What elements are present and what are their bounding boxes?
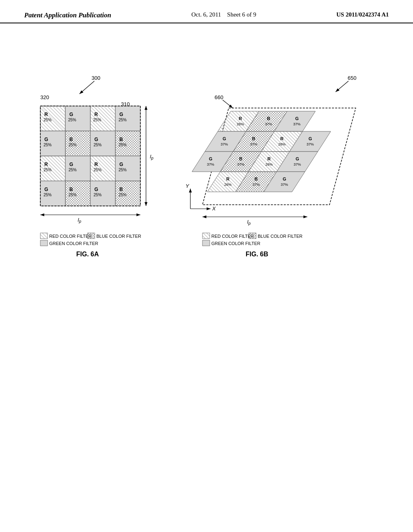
svg-text:25%: 25%	[69, 143, 77, 147]
svg-text:37%: 37%	[207, 162, 214, 166]
ref-660: 660	[215, 94, 223, 100]
svg-text:25%: 25%	[119, 168, 127, 172]
svg-text:G: G	[119, 112, 123, 117]
ref-650: 650	[348, 75, 357, 81]
legend-red-swatch-6a	[40, 233, 48, 239]
label-y: Y	[186, 183, 190, 189]
legend-red-swatch-6b	[202, 233, 210, 239]
svg-text:G: G	[223, 136, 226, 141]
svg-text:25%: 25%	[44, 193, 52, 197]
svg-text:25%: 25%	[44, 143, 52, 147]
legend-blue-label-6a: BLUE COLOR FILTER	[96, 234, 141, 239]
svg-text:26%: 26%	[278, 142, 286, 146]
svg-text:B: B	[119, 137, 123, 142]
legend-green-label-6b: GREEN COLOR FILTER	[211, 241, 260, 246]
arrow-660	[223, 100, 233, 108]
svg-text:25%: 25%	[119, 118, 127, 122]
svg-text:G: G	[69, 112, 73, 117]
svg-text:R: R	[280, 136, 284, 141]
publication-title: Patent Application Publication	[24, 11, 111, 19]
svg-text:G: G	[44, 137, 48, 142]
legend-green-label-6a: GREEN COLOR FILTER	[49, 241, 98, 246]
svg-text:37%: 37%	[293, 122, 300, 126]
svg-text:B: B	[119, 187, 123, 192]
svg-text:26%: 26%	[224, 183, 232, 187]
svg-text:37%: 37%	[237, 162, 244, 166]
svg-text:R: R	[226, 177, 229, 181]
main-content: 300 320 310	[0, 23, 413, 527]
svg-text:G: G	[296, 156, 299, 161]
svg-text:25%: 25%	[94, 193, 102, 197]
svg-text:B: B	[254, 177, 258, 181]
label-lp-bottom: lp	[78, 217, 81, 224]
svg-text:25%: 25%	[69, 168, 77, 172]
svg-text:R: R	[239, 116, 242, 121]
svg-text:G: G	[283, 177, 286, 181]
svg-text:R: R	[44, 162, 48, 167]
label-lp-6b: lp	[247, 219, 251, 226]
ref-320: 320	[40, 94, 49, 100]
svg-text:G: G	[119, 162, 123, 167]
svg-text:G: G	[44, 187, 48, 192]
legend-blue-label-6b: BLUE COLOR FILTER	[258, 234, 302, 239]
legend-blue-swatch-6b	[249, 233, 256, 239]
svg-text:G: G	[295, 116, 299, 121]
svg-text:37%: 37%	[307, 142, 314, 146]
svg-text:37%: 37%	[250, 142, 257, 146]
svg-text:B: B	[239, 156, 242, 161]
svg-text:R: R	[94, 162, 98, 167]
patent-number: US 2011/0242374 A1	[336, 11, 389, 18]
legend-green-swatch-6a	[40, 240, 48, 246]
svg-text:G: G	[69, 162, 73, 167]
svg-text:25%: 25%	[94, 168, 102, 172]
svg-text:B: B	[69, 187, 73, 192]
caption-6a: FIG. 6A	[76, 251, 99, 258]
label-x: X	[212, 206, 216, 212]
label-lp-side: lp	[150, 154, 154, 160]
header-date-sheet: Oct. 6, 2011 Sheet 6 of 9	[191, 11, 256, 18]
svg-text:G: G	[94, 137, 98, 142]
svg-text:25%: 25%	[93, 118, 101, 122]
figures-svg: 300 320 310	[17, 68, 396, 390]
legend-red-label-6b: RED COLOR FILTER	[211, 234, 254, 239]
svg-text:37%: 37%	[281, 183, 288, 187]
svg-text:G: G	[94, 187, 98, 192]
legend-red-label-6a: RED COLOR FILTER	[49, 234, 92, 239]
svg-text:25%: 25%	[119, 143, 127, 147]
ref-300: 300	[92, 75, 100, 81]
svg-text:25%: 25%	[119, 193, 127, 197]
legend-blue-swatch-6a	[88, 233, 95, 239]
svg-text:25%: 25%	[69, 193, 77, 197]
svg-text:B: B	[69, 137, 73, 142]
pub-date: Oct. 6, 2011	[191, 11, 221, 18]
svg-text:37%: 37%	[252, 183, 260, 187]
caption-6b: FIG. 6B	[246, 251, 268, 258]
svg-text:G: G	[209, 156, 213, 161]
svg-text:26%: 26%	[265, 162, 273, 166]
svg-text:25%: 25%	[94, 143, 102, 147]
svg-text:B: B	[252, 136, 255, 141]
svg-text:R: R	[267, 156, 271, 161]
page-header: Patent Application Publication Oct. 6, 2…	[0, 0, 413, 23]
svg-text:37%: 37%	[265, 122, 272, 126]
svg-text:R: R	[44, 112, 48, 117]
svg-text:25%: 25%	[44, 118, 52, 122]
svg-text:37%: 37%	[221, 142, 228, 146]
sheet-info: Sheet 6 of 9	[227, 11, 256, 18]
arrow-650	[336, 81, 348, 92]
svg-text:25%: 25%	[44, 168, 52, 172]
legend-green-swatch-6b	[202, 240, 210, 246]
svg-text:37%: 37%	[294, 162, 301, 166]
arrow-300	[79, 81, 94, 94]
svg-text:26%: 26%	[237, 122, 244, 126]
svg-text:25%: 25%	[68, 118, 76, 122]
svg-text:B: B	[267, 116, 270, 121]
svg-text:R: R	[94, 112, 98, 117]
svg-text:G: G	[309, 136, 312, 141]
